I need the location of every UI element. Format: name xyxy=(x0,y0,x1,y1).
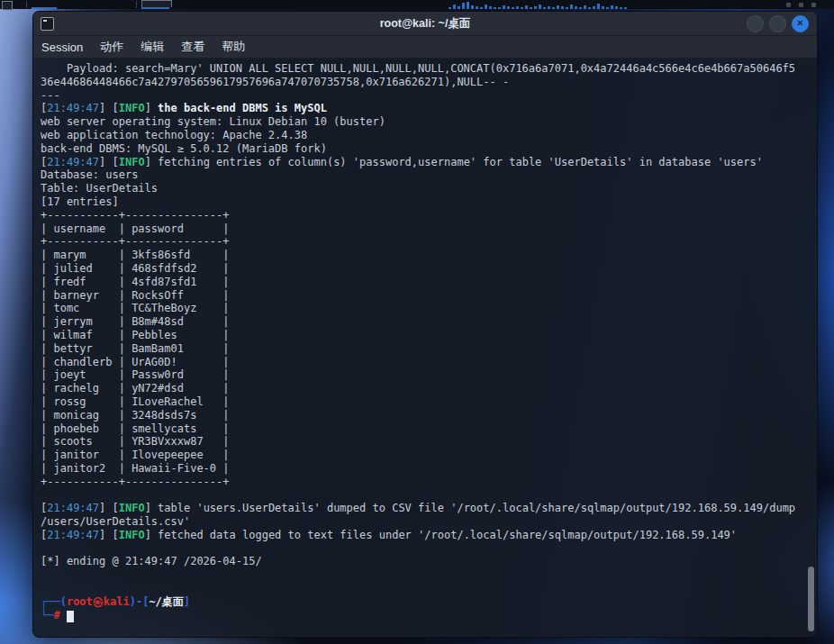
terminal-line xyxy=(41,542,817,556)
menubar: Session 动作 编辑 查看 帮助 xyxy=(33,36,817,59)
terminal-line: | bettyr | BamBam01 | xyxy=(41,342,817,356)
tray-icon xyxy=(799,3,803,7)
terminal-line: +-----------+---------------+ xyxy=(41,476,817,489)
terminal-line: | barneyr | RocksOff | xyxy=(41,289,817,303)
terminal-cursor xyxy=(67,611,74,622)
terminal-line: [*] ending @ 21:49:47 /2026-04-15/ xyxy=(41,555,817,568)
panel-separator xyxy=(26,1,27,8)
terminal-line: Table: UserDetails xyxy=(41,182,817,195)
terminal-line: web server operating system: Linux Debia… xyxy=(41,115,817,129)
terminal-line: [17 entries] xyxy=(41,195,817,209)
terminal-line: [21:49:47] [INFO] the back-end DBMS is M… xyxy=(41,102,817,115)
terminal-line: Database: users xyxy=(41,168,817,182)
terminal-line xyxy=(41,582,817,595)
terminal-line: --- xyxy=(41,89,817,103)
menu-item-session[interactable]: Session xyxy=(41,41,83,54)
terminal-line: | rossg | ILoveRachel | xyxy=(41,395,817,409)
panel-activity-graph xyxy=(449,0,627,9)
terminal-line: ┌──(root㉿kali)-[~/桌面] xyxy=(41,595,817,609)
terminal-output[interactable]: Payload: search=Mary' UNION ALL SELECT N… xyxy=(33,59,817,621)
terminal-line: | janitor2 | Hawaii-Five-0 | xyxy=(41,462,817,476)
terminal-line: /users/UserDetails.csv' xyxy=(41,515,817,529)
menu-item-actions[interactable]: 动作 xyxy=(100,39,123,55)
menu-item-edit[interactable]: 编辑 xyxy=(141,39,164,55)
maximize-button[interactable] xyxy=(769,15,786,32)
panel-separator xyxy=(136,1,137,8)
terminal-window: root@kali: ~/桌面 Session 动作 编辑 查看 帮助 Payl… xyxy=(32,11,818,638)
terminal-line: [21:49:47] [INFO] fetched data logged to… xyxy=(41,529,817,542)
terminal-line: | jerrym | B8m#48sd | xyxy=(41,315,817,329)
window-controls xyxy=(747,15,809,32)
close-button[interactable] xyxy=(792,15,809,32)
terminal-line: | wilmaf | Pebbles | xyxy=(41,329,817,342)
menu-item-help[interactable]: 帮助 xyxy=(222,39,245,55)
panel-window-preview xyxy=(2,1,13,10)
titlebar[interactable]: root@kali: ~/桌面 xyxy=(33,12,817,36)
top-panel xyxy=(0,0,834,9)
minimize-button[interactable] xyxy=(747,15,764,32)
scrollbar-thumb[interactable] xyxy=(808,567,814,631)
terminal-line: | rachelg | yN72#dsd | xyxy=(41,382,817,395)
terminal-line: +-----------+---------------+ xyxy=(41,209,817,222)
terminal-line: web application technology: Apache 2.4.3… xyxy=(41,129,817,142)
terminal-line: └─# xyxy=(41,609,817,622)
terminal-line: | marym | 3kfs86sfd | xyxy=(41,249,817,262)
terminal-line: | fredf | 4sfd87sfd1 | xyxy=(41,276,817,289)
terminal-line: | username | password | xyxy=(41,222,817,236)
window-title: root@kali: ~/桌面 xyxy=(380,16,471,32)
terminal-line: [21:49:47] [INFO] fetching entries of co… xyxy=(41,156,817,169)
terminal-line: | chandlerb | UrAG0D! | xyxy=(41,356,817,369)
terminal-line: | phoebeb | smellycats | xyxy=(41,422,817,436)
terminal-line xyxy=(41,489,817,503)
terminal-line: | monicag | 3248dsds7s | xyxy=(41,409,817,422)
terminal-line: | julied | 468sfdfsd2 | xyxy=(41,262,817,276)
terminal-line: back-end DBMS: MySQL ≥ 5.0.12 (MariaDB f… xyxy=(41,142,817,156)
tray-icon xyxy=(811,3,816,7)
taskbar-active-indicator xyxy=(32,7,57,9)
terminal-app-icon[interactable] xyxy=(41,17,54,31)
terminal-line: 36e44686448466c7a4279705659617957696a747… xyxy=(41,76,817,89)
terminal-line: | joeyt | Passw0rd | xyxy=(41,368,817,382)
panel-window-preview xyxy=(141,0,172,7)
tray-icon xyxy=(786,3,791,7)
taskbar-active-indicator xyxy=(141,7,169,9)
terminal-line: | scoots | YR3BVxxxw87 | xyxy=(41,435,817,449)
terminal-line: | tomc | TC&TheBoyz | xyxy=(41,302,817,315)
terminal-line xyxy=(41,568,817,582)
menu-item-view[interactable]: 查看 xyxy=(181,39,204,55)
terminal-line: [21:49:47] [INFO] table 'users.UserDetai… xyxy=(41,502,817,515)
terminal-line: Payload: search=Mary' UNION ALL SELECT N… xyxy=(41,62,817,76)
terminal-line: | janitor | Ilovepeepee | xyxy=(41,449,817,462)
terminal-line: +-----------+---------------+ xyxy=(41,235,817,249)
